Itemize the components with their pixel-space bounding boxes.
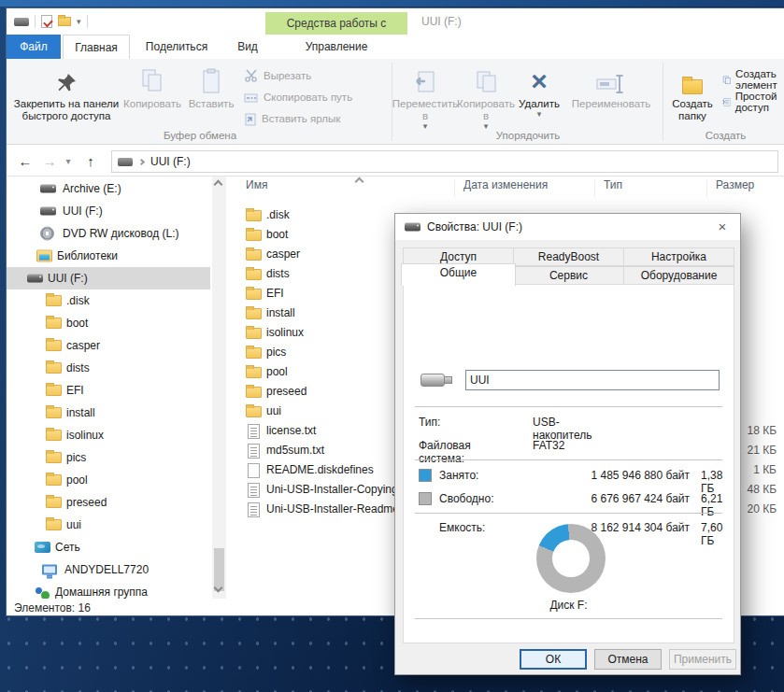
column-header-name[interactable]: Имя (246, 178, 267, 201)
tab-readyboost[interactable]: ReadyBoost (513, 247, 624, 266)
volume-label-input[interactable] (465, 370, 720, 390)
sidebar-item-preseed[interactable]: preseed (7, 491, 210, 514)
copy-button[interactable]: Копировать (124, 61, 180, 132)
sidebar-item-uui-f-selected[interactable]: UUI (F:) (7, 267, 210, 290)
pin-to-quick-access-button[interactable]: Закрепить на панели быстрого доступа (10, 61, 122, 132)
copy-path-icon (244, 92, 259, 104)
customize-qat-dropdown-icon[interactable]: ▾ (77, 18, 81, 25)
up-button[interactable]: ↑ (79, 150, 102, 173)
disk-usage-donut-chart (536, 524, 606, 593)
sidebar-item-efi[interactable]: EFI (7, 379, 210, 402)
sidebar-item-casper[interactable]: casper (7, 334, 210, 357)
new-folder-button[interactable]: Создать папку (666, 61, 719, 132)
column-header-type[interactable]: Тип (604, 178, 622, 201)
folder-icon (246, 249, 262, 261)
free-space-legend-swatch (419, 492, 432, 505)
paste-button[interactable]: Вставить (184, 61, 238, 132)
used-space-legend-swatch (419, 469, 432, 482)
sidebar-item-libraries[interactable]: Библиотеки (7, 245, 210, 267)
tab-tools[interactable]: Сервис (513, 266, 624, 285)
rename-label: Переименовать (572, 98, 650, 110)
sidebar-item-disk[interactable]: .disk (7, 290, 210, 312)
sidebar-item-archive-e[interactable]: Archive (E:) (7, 177, 210, 200)
copy-icon (140, 64, 164, 94)
new-item-button[interactable]: Создать элемент (722, 70, 784, 89)
text-file-icon (248, 444, 260, 459)
usb-drive-icon (421, 371, 454, 389)
breadcrumb-separator-icon (138, 158, 145, 164)
tab-general[interactable]: Общие (401, 263, 516, 286)
ok-button[interactable]: ОК (520, 649, 587, 670)
sidebar-item-dists[interactable]: dists (7, 357, 210, 379)
tab-home[interactable]: Главная (63, 35, 130, 59)
divider (415, 513, 722, 514)
drive-icon[interactable] (14, 18, 29, 26)
sidebar-item-uui-f[interactable]: UUI (F:) (7, 200, 210, 222)
sidebar-item-isolinux[interactable]: isolinux (7, 424, 210, 446)
forward-button[interactable]: → (38, 150, 61, 173)
new-item-icon (722, 73, 731, 87)
folder-icon (46, 430, 62, 441)
delete-button[interactable]: × Удалить ▾ (519, 61, 560, 132)
drive-icon (27, 275, 43, 283)
sidebar-item-boot[interactable]: boot (7, 312, 210, 334)
filesystem-value: FAT32 (533, 439, 564, 452)
folder-icon (46, 385, 62, 396)
copy-to-button[interactable]: Копировать в ▾ (457, 61, 515, 132)
apply-button[interactable]: Применить (669, 649, 736, 670)
sidebar-item-network[interactable]: Сеть (7, 536, 210, 558)
quick-access-toolbar: ▾ (14, 13, 88, 30)
folder-icon (246, 387, 262, 398)
column-separator[interactable] (706, 180, 707, 197)
computer-icon (42, 565, 57, 575)
tab-hardware[interactable]: Оборудование (623, 266, 734, 285)
tab-share[interactable]: Поделиться (134, 35, 220, 59)
folder-icon (246, 328, 262, 339)
tab-file[interactable]: Файл (7, 35, 61, 59)
tree-scrollbar[interactable] (212, 177, 226, 599)
new-folder-label: Создать папку (666, 98, 719, 122)
sidebar-item-pool[interactable]: pool (7, 469, 210, 491)
move-to-button[interactable]: Переместить в ▾ (395, 61, 455, 132)
column-header-date[interactable]: Дата изменения (463, 178, 548, 201)
sidebar-item-andydell7720[interactable]: ANDYDELL7720 (7, 558, 210, 581)
paste-shortcut-label: Вставить ярлык (262, 113, 340, 124)
paste-shortcut-button[interactable]: Вставить ярлык (244, 109, 340, 128)
text-file-icon (248, 424, 260, 439)
sidebar-item-homegroup[interactable]: Домашняя группа (7, 581, 210, 599)
sidebar-item-uui-folder[interactable]: uui (7, 514, 210, 536)
cancel-button[interactable]: Отмена (594, 649, 662, 670)
tab-customize[interactable]: Настройка (623, 247, 734, 266)
copy-to-label: Копировать в (457, 98, 515, 122)
dvd-drive-icon (40, 227, 54, 241)
close-icon[interactable]: × (712, 217, 733, 237)
drive-icon (405, 223, 421, 232)
breadcrumb[interactable]: UUI (F:) (111, 150, 778, 173)
sidebar-item-install[interactable]: install (7, 402, 210, 424)
sidebar-item-pics[interactable]: pics (7, 446, 210, 469)
properties-check-icon[interactable] (41, 15, 52, 28)
type-label: Тип: (419, 416, 440, 429)
title-bar: ▾ Средства работы с дисками UUI (F:) (7, 8, 784, 35)
group-new-label: Создать (666, 128, 784, 143)
sidebar-item-dvd-drive[interactable]: DVD RW дисковод (L:) (7, 222, 210, 245)
column-separator[interactable] (454, 180, 455, 197)
recent-locations-dropdown-icon[interactable]: ▾ (61, 150, 76, 173)
folder-icon (46, 318, 62, 329)
tab-manage[interactable]: Управление (265, 35, 407, 59)
separator (87, 15, 88, 28)
copy-path-button[interactable]: Скопировать путь (244, 88, 352, 106)
column-separator[interactable] (594, 180, 595, 197)
folder-icon (246, 269, 262, 280)
back-button[interactable]: ← (14, 150, 36, 173)
new-folder-icon[interactable] (58, 17, 71, 26)
folder-icon (46, 474, 62, 486)
scroll-up-icon[interactable] (214, 180, 223, 190)
dialog-title: Свойства: UUI (F:) (427, 220, 522, 233)
breadcrumb-item-drive[interactable]: UUI (F:) (150, 155, 191, 168)
drive-tools-contextual-tab[interactable]: Средства работы с дисками (265, 12, 407, 35)
column-header-size[interactable]: Размер (716, 178, 754, 201)
easy-access-button[interactable]: Простой доступ (722, 92, 784, 111)
cut-button[interactable]: Вырезать (244, 66, 311, 85)
rename-button[interactable]: Переименовать (562, 61, 661, 132)
